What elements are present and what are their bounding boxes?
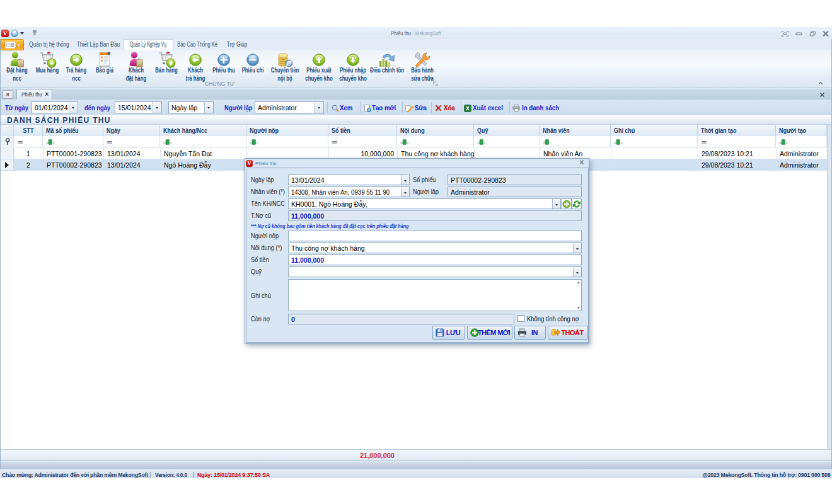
svg-text:c: c: [550, 140, 552, 145]
svg-text:a: a: [163, 140, 166, 145]
svg-text:a: a: [543, 140, 545, 145]
svg-text:c: c: [621, 140, 623, 145]
svg-text:a: a: [46, 140, 49, 145]
svg-text:c: c: [170, 140, 173, 145]
svg-text:a: a: [477, 140, 480, 145]
svg-text:c: c: [257, 140, 259, 145]
svg-text:a: a: [400, 140, 403, 145]
svg-text:c: c: [53, 140, 55, 145]
svg-text:c: c: [484, 140, 487, 145]
svg-text:a: a: [779, 140, 782, 145]
svg-text:a: a: [614, 140, 616, 145]
svg-text:c: c: [407, 140, 410, 145]
svg-text:a: a: [250, 140, 252, 145]
svg-text:c: c: [786, 140, 789, 145]
